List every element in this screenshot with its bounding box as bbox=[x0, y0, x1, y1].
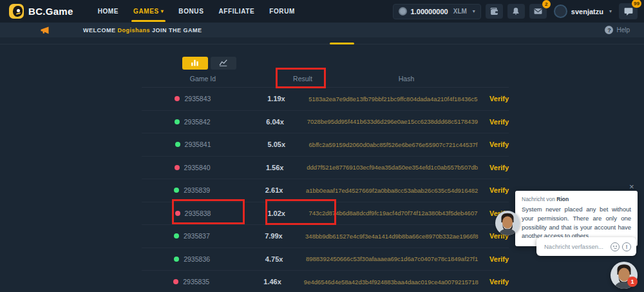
chat-bubble-icon bbox=[624, 7, 633, 15]
announcement-bar: WELCOME Dogishans JOIN THE GAME ? Help bbox=[0, 23, 644, 37]
tab-my-bets[interactable] bbox=[182, 57, 208, 70]
trend-line-icon bbox=[219, 57, 228, 69]
status-dot-icon bbox=[175, 119, 180, 124]
table-row: 29358364.75x8988392450666c53f30afaaaea69… bbox=[142, 248, 509, 271]
chat-toggle-button[interactable]: 99 bbox=[619, 3, 638, 19]
wallet-button[interactable] bbox=[486, 4, 503, 19]
bc-game-logo-icon bbox=[9, 4, 24, 19]
message-from-label: Nachricht von bbox=[522, 196, 555, 202]
game-id-cell: 2935842 bbox=[142, 118, 243, 126]
username: svenjatzu bbox=[571, 8, 603, 15]
game-id-cell: 2935839 bbox=[142, 186, 242, 194]
table-row: 29358377.99x348bb9db61527e4c9f3e4a1414d9… bbox=[142, 225, 509, 248]
active-game-tab-indicator bbox=[330, 43, 354, 44]
result-value: 5.05x bbox=[244, 141, 308, 148]
result-value: 1.46x bbox=[241, 278, 303, 286]
bar-chart-icon bbox=[191, 57, 200, 69]
game-history-table: Game Id Result Hash 29358431.19x5183a2ea… bbox=[142, 70, 509, 292]
active-tab-underline bbox=[131, 20, 166, 22]
emoji-icon[interactable] bbox=[611, 242, 620, 251]
balance-currency: XLM bbox=[453, 8, 467, 15]
help-label: Help bbox=[616, 26, 630, 34]
result-value: 2.61x bbox=[242, 186, 306, 194]
verify-link[interactable]: Verify bbox=[478, 95, 509, 102]
nav-item-affiliate[interactable]: AFFILIATE bbox=[218, 0, 254, 23]
balance-selector[interactable]: 1.00000000 XLM ▾ bbox=[393, 4, 481, 19]
verify-link[interactable]: Verify bbox=[478, 164, 509, 171]
chevron-down-icon: ▾ bbox=[161, 8, 164, 14]
header-hash: Hash bbox=[341, 75, 471, 83]
game-id: 2935841 bbox=[185, 141, 211, 148]
history-view-tabs bbox=[182, 57, 236, 70]
user-menu[interactable]: svenjatzu ▾ bbox=[554, 5, 612, 18]
hash-value[interactable]: 7028be95dd95f441b633d6d296e0ae15cc6238dd… bbox=[307, 118, 478, 125]
status-dot-icon bbox=[175, 165, 180, 170]
brand-logo[interactable]: BC.Game bbox=[9, 4, 73, 19]
envelope-icon bbox=[534, 8, 542, 15]
result-value: 4.75x bbox=[242, 255, 306, 263]
result-value: 7.99x bbox=[242, 232, 305, 240]
annotation-box-result-header bbox=[276, 68, 326, 88]
hash-value[interactable]: a1bb0eaaf17ed4527669f2a0bba8cc53abab26c6… bbox=[306, 187, 478, 194]
bell-icon bbox=[512, 7, 520, 15]
wallet-icon bbox=[490, 8, 498, 15]
question-mark-icon: ? bbox=[605, 26, 613, 34]
help-button[interactable]: ? Help bbox=[605, 26, 630, 34]
status-dot-icon bbox=[174, 257, 179, 262]
table-body: 29358431.19x5183a2ea7e9d8e13fb79bbf21bc9… bbox=[142, 88, 509, 292]
table-row: 29358431.19x5183a2ea7e9d8e13fb79bbf21bc9… bbox=[142, 88, 509, 111]
messages-button[interactable]: 2 bbox=[529, 4, 547, 19]
megaphone-icon bbox=[40, 26, 50, 34]
notifications-button[interactable] bbox=[507, 4, 525, 19]
status-dot-icon bbox=[175, 142, 180, 147]
game-id: 2935843 bbox=[184, 95, 211, 102]
nav-item-home[interactable]: HOME bbox=[98, 0, 118, 23]
chat-badge: 99 bbox=[632, 0, 641, 8]
result-value: 1.56x bbox=[243, 164, 307, 171]
game-id-cell: 2935837 bbox=[142, 232, 242, 240]
table-row: 29358426.04x7028be95dd95f441b633d6d296e0… bbox=[142, 111, 509, 134]
game-id: 2935839 bbox=[184, 186, 210, 194]
result-value: 6.04x bbox=[243, 118, 307, 126]
nav-item-forum[interactable]: FORUM bbox=[269, 0, 295, 23]
sender-name: Rion bbox=[556, 196, 569, 202]
table-row: 29358401.56xddd7f521e87769103ecf94ea35da… bbox=[142, 157, 509, 180]
verify-link[interactable]: Verify bbox=[478, 278, 509, 286]
verify-link[interactable]: Verify bbox=[478, 255, 509, 263]
verify-link[interactable]: Verify bbox=[478, 118, 509, 126]
info-icon[interactable]: ! bbox=[622, 242, 631, 251]
coin-icon bbox=[399, 7, 407, 15]
chat-message-input[interactable] bbox=[544, 243, 608, 250]
result-value: 1.19x bbox=[244, 95, 308, 102]
main-nav: HOME GAMES ▾ BONUS AFFILIATE FORUM bbox=[98, 0, 295, 23]
annotation-box-result-value bbox=[265, 199, 336, 225]
close-icon[interactable]: × bbox=[629, 182, 634, 191]
status-dot-icon bbox=[174, 188, 179, 193]
chat-unread-badge: 1 bbox=[627, 277, 638, 287]
hash-value[interactable]: 6bffc2a59159d2060d0abc85f526e6be676e5590… bbox=[309, 141, 478, 148]
annotation-box-game-id bbox=[172, 199, 245, 224]
nav-item-games-label: GAMES bbox=[133, 8, 159, 15]
hash-value[interactable]: ddd7f521e87769103ecf94ea35da50ee354efd1c… bbox=[307, 164, 478, 171]
tab-trends[interactable] bbox=[211, 57, 236, 70]
nav-item-games[interactable]: GAMES ▾ bbox=[133, 0, 164, 23]
hash-value[interactable]: 9e4d6546d4e58a42d3b4f924883baa4daac019ce… bbox=[304, 278, 478, 286]
chevron-down-icon: ▾ bbox=[473, 8, 475, 14]
hash-value[interactable]: 5183a2ea7e9d8e13fb79bbf21bc9ffc804dada4a… bbox=[308, 95, 477, 102]
sender-avatar[interactable] bbox=[495, 211, 520, 235]
top-navbar: BC.Game HOME GAMES ▾ BONUS AFFILIATE FOR… bbox=[0, 0, 644, 23]
verify-link[interactable]: Verify bbox=[477, 141, 509, 148]
user-avatar bbox=[554, 5, 567, 18]
game-id: 2935836 bbox=[184, 255, 210, 263]
bc-game-screen: BC.Game HOME GAMES ▾ BONUS AFFILIATE FOR… bbox=[0, 0, 644, 292]
hash-value[interactable]: 348bb9db61527e4c9f3e4a1414d9b8ba66ce8970… bbox=[305, 233, 478, 240]
game-id-cell: 2935840 bbox=[142, 164, 243, 171]
hash-value[interactable]: 8988392450666c53f30afaaaea69c1d6a7c0407e… bbox=[306, 255, 478, 262]
announcement-suffix: JOIN THE GAME bbox=[152, 27, 202, 34]
nav-item-bonus[interactable]: BONUS bbox=[178, 0, 204, 23]
header-game-id: Game Id bbox=[142, 75, 264, 83]
verify-link[interactable]: Verify bbox=[478, 186, 509, 194]
game-id-cell: 2935835 bbox=[142, 278, 241, 286]
chat-input-bar: ! bbox=[536, 237, 636, 256]
announcement-text: WELCOME Dogishans JOIN THE GAME bbox=[83, 27, 202, 34]
